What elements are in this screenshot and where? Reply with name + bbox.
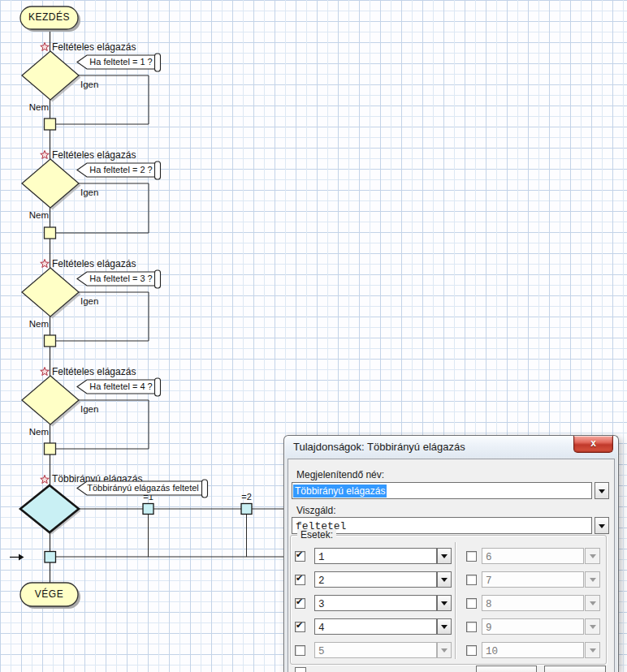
case-value: 6: [486, 552, 492, 563]
case-combo-6[interactable]: 6: [482, 548, 584, 564]
condition-callout-1[interactable]: Ha feltetel = 1 ?: [76, 53, 165, 75]
examine-combo[interactable]: feltetel: [292, 517, 592, 534]
case-value: 9: [486, 622, 492, 634]
case-checkbox-8[interactable]: ✔: [466, 598, 477, 609]
display-name-combo[interactable]: Többirányú elágazás: [292, 482, 592, 499]
chevron-down-icon: [590, 625, 596, 632]
no-branch-label: Nem: [28, 319, 49, 329]
case-tag-2: =2: [238, 492, 255, 502]
branch-star-icon: [41, 260, 49, 268]
case-checkbox-7[interactable]: ✔: [466, 575, 477, 585]
yes-branch-label: Igen: [80, 296, 98, 306]
case-dropdown-8[interactable]: [585, 595, 600, 611]
case-checkbox-10[interactable]: ✔: [466, 645, 477, 656]
case-value: 7: [486, 575, 492, 587]
examine-dropdown-button[interactable]: [595, 517, 609, 534]
case-combo-7[interactable]: 7: [482, 571, 584, 588]
dialog-bottom-checkbox-partial[interactable]: [295, 667, 306, 672]
case-checkbox-9[interactable]: ✔: [466, 622, 477, 632]
display-name-value: Többirányú elágazás: [293, 485, 387, 498]
display-name-dropdown-button[interactable]: [595, 482, 609, 499]
close-button[interactable]: x: [573, 436, 613, 453]
case-combo-9[interactable]: 9: [482, 618, 584, 635]
no-branch-label: Nem: [28, 427, 49, 437]
branch-star-icon: [41, 476, 49, 484]
case-combo-10[interactable]: 10: [482, 642, 584, 658]
case-dropdown-10[interactable]: [585, 642, 600, 658]
chevron-down-icon: [599, 524, 605, 532]
dialog-title: Tulajdonságok: Többirányú elágazás: [293, 441, 465, 453]
case-row-7: ✔ 7: [291, 571, 607, 588]
display-name-label: Megjelenítendő név:: [296, 469, 384, 480]
condition-text: Ha feltetel = 3 ?: [85, 274, 157, 283]
yes-branch-label: Igen: [80, 80, 98, 89]
block-title: Feltételes elágazás: [52, 41, 136, 53]
chevron-down-icon: [590, 648, 596, 656]
condition-callout-2[interactable]: Ha feltetel = 2 ?: [76, 161, 165, 183]
case-combo-8[interactable]: 8: [482, 595, 584, 611]
branch-star-icon: [41, 151, 49, 159]
multiway-diamond-selected[interactable]: [20, 485, 79, 532]
yes-branch-label: Igen: [80, 404, 98, 414]
case-row-9: ✔ 9: [291, 618, 607, 635]
chevron-down-icon: [590, 601, 596, 609]
yes-branch-label: Igen: [80, 187, 98, 197]
chevron-down-icon: [590, 554, 596, 562]
diagram-canvas[interactable]: KEZDÉS Feltételes elágazás Feltételes el…: [0, 0, 627, 672]
multiway-condition-callout[interactable]: Többirányú elágazás feltetel: [76, 479, 212, 502]
case-dropdown-6[interactable]: [585, 548, 600, 564]
chevron-down-icon: [590, 578, 596, 585]
case-checkbox-6[interactable]: ✔: [466, 551, 477, 562]
case-dropdown-9[interactable]: [585, 618, 600, 635]
condition-text: Ha feltetel = 2 ?: [85, 165, 157, 174]
cases-groupbox: Esetek: ✔ 1 ✔ 2 ✔ 3: [290, 535, 607, 665]
branch-star-icon: [41, 368, 49, 376]
case-value: 10: [486, 646, 498, 657]
properties-dialog: Tulajdonságok: Többirányú elágazás x Meg…: [283, 435, 619, 672]
no-branch-label: Nem: [28, 102, 49, 112]
dialog-bottom-button-right[interactable]: [544, 666, 606, 672]
cases-group-label: Esetek:: [297, 529, 336, 541]
dialog-client-area: Megjelenítendő név: Többirányú elágazás …: [288, 459, 615, 672]
start-terminal-label: KEZDÉS: [20, 11, 78, 23]
block-title: Feltételes elágazás: [52, 258, 136, 269]
case-connector-1[interactable]: [143, 504, 154, 515]
condition-text: Ha feltetel = 1 ?: [85, 57, 157, 67]
case-connector-2[interactable]: [241, 504, 252, 515]
case-row-8: ✔ 8: [291, 595, 607, 612]
case-dropdown-7[interactable]: [585, 571, 600, 588]
branch-star-icon: [41, 43, 49, 51]
case-row-10: ✔ 10: [291, 642, 607, 659]
block-title: Feltételes elágazás: [52, 149, 136, 161]
flow-arrow-icon: [19, 554, 24, 561]
end-terminal-label: VÉGE: [20, 588, 78, 600]
no-branch-label: Nem: [28, 210, 49, 220]
condition-callout-4[interactable]: Ha feltetel = 4 ?: [76, 377, 165, 400]
merge-connector[interactable]: [45, 552, 56, 563]
chevron-down-icon: [599, 489, 605, 497]
condition-callout-3[interactable]: Ha feltetel = 3 ?: [76, 269, 165, 292]
block-title: Feltételes elágazás: [52, 366, 136, 377]
examine-label: Viszgáld:: [296, 505, 335, 516]
condition-text: Ha feltetel = 4 ?: [85, 381, 157, 391]
case-row-6: ✔ 6: [291, 548, 607, 565]
dialog-bottom-button-left[interactable]: [476, 666, 537, 672]
condition-text: Többirányú elágazás feltetel: [85, 483, 201, 493]
case-value: 8: [486, 599, 492, 610]
